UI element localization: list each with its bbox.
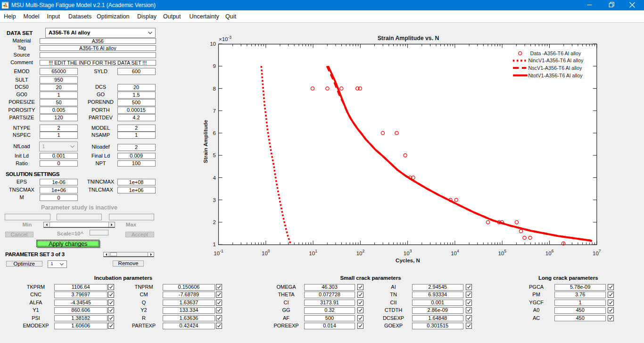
svg-text:101: 101	[309, 249, 317, 256]
svg-text:Cycles, N: Cycles, N	[396, 258, 420, 263]
svg-text:107: 107	[593, 249, 601, 256]
svg-text:6: 6	[213, 130, 216, 136]
svg-text:×10-3: ×10-3	[219, 35, 231, 42]
svg-text:102: 102	[356, 249, 365, 256]
svg-text:7: 7	[213, 108, 216, 114]
svg-text:100: 100	[262, 249, 270, 256]
svg-text:4: 4	[213, 175, 216, 181]
svg-text:10: 10	[210, 41, 216, 47]
svg-text:105: 105	[498, 249, 506, 256]
svg-text:NtotV1-A356-T6 Al alloy: NtotV1-A356-T6 Al alloy	[528, 73, 583, 78]
svg-text:5: 5	[213, 152, 216, 158]
svg-text:8: 8	[213, 86, 216, 92]
svg-text:104: 104	[451, 249, 459, 256]
svg-text:10-1: 10-1	[214, 249, 223, 256]
svg-text:NincV1-A356-T6 Al alloy: NincV1-A356-T6 Al alloy	[528, 58, 584, 63]
svg-text:Data -A356-T6 Al alloy: Data -A356-T6 Al alloy	[530, 50, 581, 56]
svg-text:106: 106	[545, 249, 554, 256]
svg-text:2: 2	[213, 219, 216, 225]
svg-text:Strain Amplitude vs. N: Strain Amplitude vs. N	[378, 35, 439, 42]
svg-text:NscV1-A356-T6 Al alloy: NscV1-A356-T6 Al alloy	[528, 65, 582, 71]
svg-text:3: 3	[213, 197, 216, 203]
svg-text:9: 9	[213, 63, 216, 69]
svg-text:Strain Amplitude: Strain Amplitude	[203, 120, 208, 163]
svg-text:1: 1	[213, 242, 216, 247]
svg-text:103: 103	[404, 249, 412, 256]
